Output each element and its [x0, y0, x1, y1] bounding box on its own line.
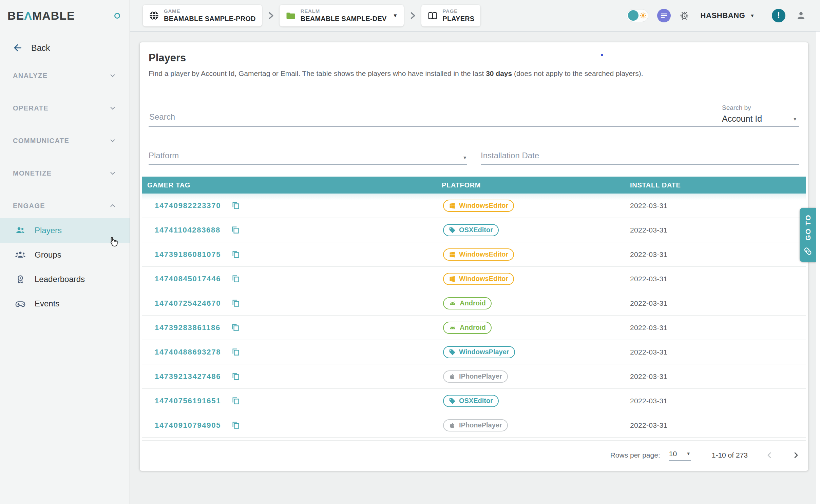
- copy-icon[interactable]: [231, 201, 240, 210]
- menu-circle-button[interactable]: [657, 9, 671, 22]
- copy-icon[interactable]: [231, 347, 240, 357]
- user-avatar-icon[interactable]: [796, 10, 806, 21]
- copy-icon[interactable]: [231, 274, 240, 283]
- breadcrumb-game-chip[interactable]: GAME BEAMABLE SAMPLE-PROD: [143, 5, 262, 26]
- install-date-cell: 2022-03-31: [630, 202, 806, 210]
- tag-icon: [449, 398, 456, 404]
- groups-icon: [15, 249, 26, 260]
- sidebar-section-engage[interactable]: ENGAGE: [0, 198, 130, 214]
- sidebar-item-label: Groups: [35, 250, 61, 260]
- gamer-tag-link[interactable]: 14740910794905: [155, 421, 221, 430]
- column-header-gamer-tag: GAMER TAG: [142, 181, 442, 189]
- sidebar-item-leaderboards[interactable]: Leaderboards: [0, 267, 130, 291]
- chevron-down-icon: [109, 137, 117, 145]
- platform-filter[interactable]: ▼: [149, 151, 467, 165]
- chevron-down-icon: [109, 72, 117, 80]
- column-header-install-date: INSTALL DATE: [630, 181, 806, 189]
- chevron-right-icon: [266, 11, 275, 20]
- gamer-tag-link[interactable]: 14741104283688: [155, 226, 221, 235]
- breadcrumb-type-label: REALM: [301, 8, 387, 14]
- platform-badge: OSXEditor: [443, 224, 499, 236]
- breadcrumb-type-label: GAME: [164, 8, 256, 14]
- topbar-actions: HASHBANG ▼ !: [627, 9, 806, 22]
- platform-filter-input[interactable]: [149, 151, 462, 160]
- caret-down-icon: ▼: [686, 451, 691, 456]
- install-date-filter[interactable]: [481, 151, 799, 165]
- gamer-tag-link[interactable]: 14739186081075: [155, 250, 221, 259]
- copy-icon[interactable]: [231, 299, 240, 308]
- search-by-select[interactable]: Search by Account Id ▼: [722, 104, 799, 127]
- sidebar-nav: ANALYZE OPERATE COMMUNICATE MONETIZE ENG…: [0, 67, 130, 316]
- search-by-value: Account Id: [722, 114, 762, 124]
- status-ring-icon: [114, 13, 120, 19]
- sidebar-section-communicate[interactable]: COMMUNICATE: [0, 133, 130, 149]
- alert-badge[interactable]: !: [772, 9, 785, 22]
- gamer-tag-link[interactable]: 14740725424670: [155, 299, 221, 308]
- sidebar-item-events[interactable]: Events: [0, 291, 130, 316]
- chevron-down-icon: [109, 169, 117, 177]
- breadcrumb: GAME BEAMABLE SAMPLE-PROD REALM BEAMABLE…: [143, 5, 480, 26]
- breadcrumb-page-chip[interactable]: PAGE PLAYERS: [421, 5, 480, 26]
- breadcrumb-value: BEAMABLE SAMPLE-DEV: [301, 15, 387, 23]
- gamer-tag-link[interactable]: 14739213427486: [155, 372, 221, 381]
- theme-toggle[interactable]: [627, 9, 648, 22]
- goto-tab[interactable]: GO TO: [800, 208, 816, 262]
- gamer-tag-link[interactable]: 14740756191651: [155, 397, 221, 405]
- back-button[interactable]: Back: [0, 40, 130, 55]
- bug-icon[interactable]: [679, 10, 690, 21]
- caret-down-icon[interactable]: ▼: [393, 13, 398, 18]
- sun-icon: [640, 12, 647, 19]
- account-menu[interactable]: HASHBANG ▼: [701, 11, 755, 20]
- gamer-tag-link[interactable]: 14740982223370: [155, 201, 221, 210]
- gamer-tag-link[interactable]: 14739283861186: [155, 323, 221, 332]
- install-date-cell: 2022-03-31: [630, 250, 806, 259]
- install-date-input[interactable]: [481, 151, 799, 160]
- platform-badge: IPhonePlayer: [443, 370, 508, 383]
- table-header: GAMER TAG PLATFORM INSTALL DATE: [142, 177, 806, 194]
- sidebar-item-groups[interactable]: Groups: [0, 243, 130, 267]
- copy-icon[interactable]: [231, 421, 240, 430]
- sidebar-section-monetize[interactable]: MONETIZE: [0, 165, 130, 181]
- table-row: 14739283861186Android2022-03-31: [142, 316, 806, 340]
- page-title: Players: [149, 42, 799, 64]
- players-card: Players Find a player by Account Id, Gam…: [140, 42, 808, 471]
- platform-badge: WindowsEditor: [443, 200, 514, 212]
- page-description: Find a player by Account Id, Gamertag or…: [149, 69, 799, 78]
- gamer-tag-link[interactable]: 14740845017446: [155, 275, 221, 283]
- platform-badge: OSXEditor: [443, 395, 499, 407]
- folder-icon: [286, 11, 296, 21]
- next-page-button[interactable]: [791, 450, 801, 460]
- copy-icon[interactable]: [231, 372, 240, 381]
- scrollbar-track[interactable]: [816, 32, 820, 504]
- theme-toggle-knob: [628, 10, 638, 21]
- chevron-up-icon: [109, 202, 117, 210]
- sidebar-item-players[interactable]: Players: [0, 218, 130, 243]
- sidebar-section-analyze[interactable]: ANALYZE: [0, 67, 130, 84]
- platform-badge: IPhonePlayer: [443, 419, 508, 431]
- windows-icon: [449, 251, 456, 258]
- gamer-tag-link[interactable]: 14740488693278: [155, 348, 221, 357]
- caret-down-icon: ▼: [793, 116, 797, 122]
- copy-icon[interactable]: [231, 225, 240, 235]
- table-row: 14740910794905IPhonePlayer2022-03-31: [142, 413, 806, 438]
- platform-badge: Android: [443, 322, 492, 334]
- breadcrumb-realm-chip[interactable]: REALM BEAMABLE SAMPLE-DEV ▼: [280, 5, 404, 26]
- table-body: 14740982223370WindowsEditor2022-03-31147…: [142, 194, 806, 438]
- copy-icon[interactable]: [231, 250, 240, 259]
- previous-page-button[interactable]: [765, 450, 774, 460]
- breadcrumb-value: BEAMABLE SAMPLE-PROD: [164, 15, 256, 23]
- rows-per-page-label: Rows per page:: [610, 451, 660, 459]
- sort-lines-icon: [661, 13, 667, 18]
- sidebar-section-operate[interactable]: OPERATE: [0, 100, 130, 116]
- back-arrow-icon: [13, 43, 23, 53]
- copy-icon[interactable]: [231, 396, 240, 405]
- pagination-range: 1-10 of 273: [712, 451, 748, 459]
- beamable-logo: BEΛMABLE: [7, 9, 75, 22]
- leaderboard-icon: [15, 274, 26, 284]
- copy-icon[interactable]: [231, 323, 240, 332]
- rows-per-page-select[interactable]: 10 ▼: [669, 450, 691, 461]
- search-input[interactable]: [149, 112, 722, 127]
- goto-label: GO TO: [804, 214, 812, 240]
- main-content: Players Find a player by Account Id, Gam…: [130, 32, 820, 504]
- chevron-right-icon: [408, 11, 417, 20]
